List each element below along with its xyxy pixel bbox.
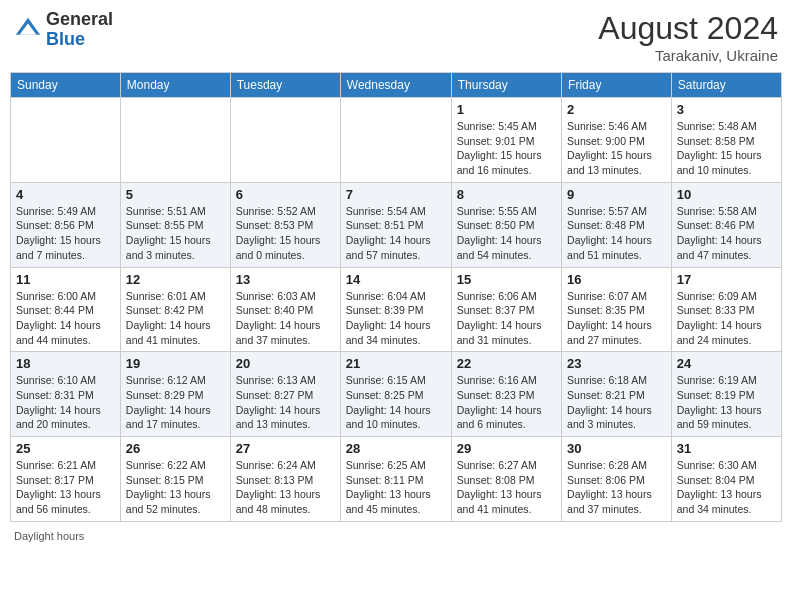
title-block: August 2024 Tarakaniv, Ukraine xyxy=(598,10,778,64)
calendar-cell: 7 Sunrise: 5:54 AMSunset: 8:51 PMDayligh… xyxy=(340,182,451,267)
day-info: Sunrise: 6:18 AMSunset: 8:21 PMDaylight:… xyxy=(567,373,666,432)
day-info: Sunrise: 5:54 AMSunset: 8:51 PMDaylight:… xyxy=(346,204,446,263)
day-info: Sunrise: 6:04 AMSunset: 8:39 PMDaylight:… xyxy=(346,289,446,348)
col-thursday: Thursday xyxy=(451,73,561,98)
calendar-cell: 14 Sunrise: 6:04 AMSunset: 8:39 PMDaylig… xyxy=(340,267,451,352)
day-info: Sunrise: 5:55 AMSunset: 8:50 PMDaylight:… xyxy=(457,204,556,263)
calendar-cell: 17 Sunrise: 6:09 AMSunset: 8:33 PMDaylig… xyxy=(671,267,781,352)
day-info: Sunrise: 6:03 AMSunset: 8:40 PMDaylight:… xyxy=(236,289,335,348)
col-tuesday: Tuesday xyxy=(230,73,340,98)
calendar-cell: 4 Sunrise: 5:49 AMSunset: 8:56 PMDayligh… xyxy=(11,182,121,267)
day-number: 24 xyxy=(677,356,776,371)
day-info: Sunrise: 5:51 AMSunset: 8:55 PMDaylight:… xyxy=(126,204,225,263)
calendar-table: Sunday Monday Tuesday Wednesday Thursday… xyxy=(10,72,782,522)
day-number: 13 xyxy=(236,272,335,287)
calendar-cell: 28 Sunrise: 6:25 AMSunset: 8:11 PMDaylig… xyxy=(340,437,451,522)
day-info: Sunrise: 6:10 AMSunset: 8:31 PMDaylight:… xyxy=(16,373,115,432)
calendar-cell: 29 Sunrise: 6:27 AMSunset: 8:08 PMDaylig… xyxy=(451,437,561,522)
day-info: Sunrise: 5:52 AMSunset: 8:53 PMDaylight:… xyxy=(236,204,335,263)
calendar-week-2: 4 Sunrise: 5:49 AMSunset: 8:56 PMDayligh… xyxy=(11,182,782,267)
day-number: 8 xyxy=(457,187,556,202)
day-number: 9 xyxy=(567,187,666,202)
day-info: Sunrise: 6:09 AMSunset: 8:33 PMDaylight:… xyxy=(677,289,776,348)
calendar-header-row: Sunday Monday Tuesday Wednesday Thursday… xyxy=(11,73,782,98)
page-header: General Blue August 2024 Tarakaniv, Ukra… xyxy=(10,10,782,64)
day-info: Sunrise: 5:46 AMSunset: 9:00 PMDaylight:… xyxy=(567,119,666,178)
day-info: Sunrise: 5:58 AMSunset: 8:46 PMDaylight:… xyxy=(677,204,776,263)
calendar-week-5: 25 Sunrise: 6:21 AMSunset: 8:17 PMDaylig… xyxy=(11,437,782,522)
col-sunday: Sunday xyxy=(11,73,121,98)
calendar-cell: 23 Sunrise: 6:18 AMSunset: 8:21 PMDaylig… xyxy=(562,352,672,437)
day-info: Sunrise: 6:00 AMSunset: 8:44 PMDaylight:… xyxy=(16,289,115,348)
calendar-cell: 13 Sunrise: 6:03 AMSunset: 8:40 PMDaylig… xyxy=(230,267,340,352)
logo-text: General Blue xyxy=(46,10,113,50)
day-info: Sunrise: 6:21 AMSunset: 8:17 PMDaylight:… xyxy=(16,458,115,517)
col-monday: Monday xyxy=(120,73,230,98)
day-info: Sunrise: 6:30 AMSunset: 8:04 PMDaylight:… xyxy=(677,458,776,517)
calendar-cell: 20 Sunrise: 6:13 AMSunset: 8:27 PMDaylig… xyxy=(230,352,340,437)
calendar-cell: 11 Sunrise: 6:00 AMSunset: 8:44 PMDaylig… xyxy=(11,267,121,352)
day-number: 29 xyxy=(457,441,556,456)
calendar-cell: 26 Sunrise: 6:22 AMSunset: 8:15 PMDaylig… xyxy=(120,437,230,522)
calendar-cell: 1 Sunrise: 5:45 AMSunset: 9:01 PMDayligh… xyxy=(451,98,561,183)
calendar-week-4: 18 Sunrise: 6:10 AMSunset: 8:31 PMDaylig… xyxy=(11,352,782,437)
calendar-cell: 25 Sunrise: 6:21 AMSunset: 8:17 PMDaylig… xyxy=(11,437,121,522)
day-info: Sunrise: 6:22 AMSunset: 8:15 PMDaylight:… xyxy=(126,458,225,517)
day-number: 22 xyxy=(457,356,556,371)
day-info: Sunrise: 6:27 AMSunset: 8:08 PMDaylight:… xyxy=(457,458,556,517)
calendar-cell xyxy=(11,98,121,183)
day-info: Sunrise: 6:06 AMSunset: 8:37 PMDaylight:… xyxy=(457,289,556,348)
col-saturday: Saturday xyxy=(671,73,781,98)
calendar-cell: 10 Sunrise: 5:58 AMSunset: 8:46 PMDaylig… xyxy=(671,182,781,267)
calendar-cell: 16 Sunrise: 6:07 AMSunset: 8:35 PMDaylig… xyxy=(562,267,672,352)
calendar-cell: 19 Sunrise: 6:12 AMSunset: 8:29 PMDaylig… xyxy=(120,352,230,437)
calendar-week-1: 1 Sunrise: 5:45 AMSunset: 9:01 PMDayligh… xyxy=(11,98,782,183)
calendar-cell xyxy=(230,98,340,183)
day-number: 30 xyxy=(567,441,666,456)
footer-label: Daylight hours xyxy=(14,530,84,542)
calendar-cell: 8 Sunrise: 5:55 AMSunset: 8:50 PMDayligh… xyxy=(451,182,561,267)
day-number: 4 xyxy=(16,187,115,202)
day-number: 25 xyxy=(16,441,115,456)
calendar-cell: 5 Sunrise: 5:51 AMSunset: 8:55 PMDayligh… xyxy=(120,182,230,267)
calendar-cell: 24 Sunrise: 6:19 AMSunset: 8:19 PMDaylig… xyxy=(671,352,781,437)
calendar-cell: 12 Sunrise: 6:01 AMSunset: 8:42 PMDaylig… xyxy=(120,267,230,352)
logo-icon xyxy=(14,16,42,44)
calendar-cell: 9 Sunrise: 5:57 AMSunset: 8:48 PMDayligh… xyxy=(562,182,672,267)
day-number: 21 xyxy=(346,356,446,371)
logo-blue: Blue xyxy=(46,29,85,49)
day-number: 17 xyxy=(677,272,776,287)
day-info: Sunrise: 6:07 AMSunset: 8:35 PMDaylight:… xyxy=(567,289,666,348)
day-info: Sunrise: 5:49 AMSunset: 8:56 PMDaylight:… xyxy=(16,204,115,263)
calendar-cell xyxy=(120,98,230,183)
day-info: Sunrise: 5:48 AMSunset: 8:58 PMDaylight:… xyxy=(677,119,776,178)
day-number: 1 xyxy=(457,102,556,117)
logo: General Blue xyxy=(14,10,113,50)
location: Tarakaniv, Ukraine xyxy=(598,47,778,64)
month-year: August 2024 xyxy=(598,10,778,47)
day-number: 20 xyxy=(236,356,335,371)
day-info: Sunrise: 6:16 AMSunset: 8:23 PMDaylight:… xyxy=(457,373,556,432)
footer: Daylight hours xyxy=(10,530,782,542)
day-number: 19 xyxy=(126,356,225,371)
calendar-week-3: 11 Sunrise: 6:00 AMSunset: 8:44 PMDaylig… xyxy=(11,267,782,352)
col-wednesday: Wednesday xyxy=(340,73,451,98)
day-number: 2 xyxy=(567,102,666,117)
calendar-cell: 15 Sunrise: 6:06 AMSunset: 8:37 PMDaylig… xyxy=(451,267,561,352)
calendar-cell: 30 Sunrise: 6:28 AMSunset: 8:06 PMDaylig… xyxy=(562,437,672,522)
day-number: 31 xyxy=(677,441,776,456)
calendar-cell: 31 Sunrise: 6:30 AMSunset: 8:04 PMDaylig… xyxy=(671,437,781,522)
day-info: Sunrise: 6:12 AMSunset: 8:29 PMDaylight:… xyxy=(126,373,225,432)
day-number: 16 xyxy=(567,272,666,287)
day-number: 27 xyxy=(236,441,335,456)
calendar-cell xyxy=(340,98,451,183)
day-number: 23 xyxy=(567,356,666,371)
calendar-cell: 27 Sunrise: 6:24 AMSunset: 8:13 PMDaylig… xyxy=(230,437,340,522)
day-number: 28 xyxy=(346,441,446,456)
day-number: 6 xyxy=(236,187,335,202)
day-info: Sunrise: 6:01 AMSunset: 8:42 PMDaylight:… xyxy=(126,289,225,348)
day-number: 3 xyxy=(677,102,776,117)
day-info: Sunrise: 5:57 AMSunset: 8:48 PMDaylight:… xyxy=(567,204,666,263)
calendar-cell: 21 Sunrise: 6:15 AMSunset: 8:25 PMDaylig… xyxy=(340,352,451,437)
day-info: Sunrise: 6:28 AMSunset: 8:06 PMDaylight:… xyxy=(567,458,666,517)
